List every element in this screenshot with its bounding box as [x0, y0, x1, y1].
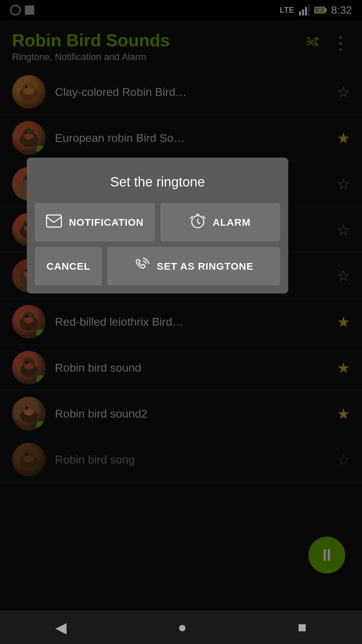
alarm-icon	[190, 213, 206, 231]
dialog-row2: CANCEL SET AS RINGTONE	[35, 247, 280, 285]
ringtone-label: SET AS RINGTONE	[157, 261, 253, 272]
dialog-title: Set the ringtone	[27, 158, 288, 203]
alarm-label: ALARM	[213, 217, 250, 228]
svg-rect-43	[47, 215, 61, 227]
ringtone-dialog: Set the ringtone NOTIFICATION	[27, 158, 288, 293]
cancel-button[interactable]: CANCEL	[35, 247, 102, 285]
dialog-row1: NOTIFICATION ALARM	[35, 203, 280, 241]
set-ringtone-button[interactable]: SET AS RINGTONE	[107, 247, 280, 285]
home-button[interactable]: ●	[164, 615, 200, 639]
notification-label: NOTIFICATION	[69, 217, 143, 228]
bottom-navigation: ◀ ● ■	[0, 610, 362, 644]
recent-apps-button[interactable]: ■	[284, 615, 320, 639]
notification-button[interactable]: NOTIFICATION	[35, 203, 155, 241]
back-button[interactable]: ◀	[42, 615, 80, 639]
envelope-icon	[46, 214, 62, 230]
alarm-button[interactable]: ALARM	[160, 203, 280, 241]
phone-ring-icon	[134, 257, 150, 275]
dialog-overlay[interactable]	[0, 0, 362, 644]
